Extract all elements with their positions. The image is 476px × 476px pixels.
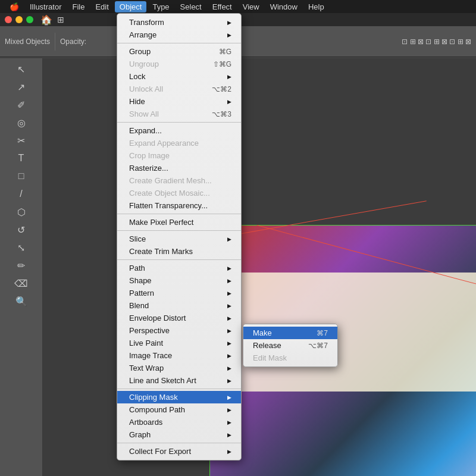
canvas-area [43,58,476,476]
menu-sep-7 [117,443,241,443]
apple-menu[interactable]: 🍎 [5,1,24,12]
menu-edit[interactable]: Edit [90,1,113,12]
menu-item-text-wrap[interactable]: Text Wrap [117,362,241,374]
menu-item-clipping-mask[interactable]: Clipping Mask [117,391,241,403]
menu-item-unlock-all[interactable]: Unlock All ⌥⌘2 [117,83,241,95]
menu-window[interactable]: Window [265,1,302,12]
menu-item-graph[interactable]: Graph [117,428,241,441]
menu-select[interactable]: Select [176,1,206,12]
object-menu-dropdown: Transform Arrange Group ⌘G Ungroup ⇧⌘G L… [117,13,242,461]
menu-item-path[interactable]: Path [117,262,241,274]
toolbar-separator [55,33,55,51]
menu-item-rasterize[interactable]: Rasterize... [117,162,241,174]
menu-item-line-and-sketch-art[interactable]: Line and Sketch Art [117,374,241,387]
selection-tool[interactable]: ↖ [13,61,30,77]
menu-item-group[interactable]: Group ⌘G [117,45,241,58]
menu-item-create-gradient-mesh[interactable]: Create Gradient Mesh... [117,174,241,187]
menu-sep-6 [117,389,241,389]
clipping-mask-submenu: Make ⌘7 Release ⌥⌘7 Edit Mask [243,324,338,367]
mixed-objects-label: Mixed Objects [5,37,50,46]
menu-item-create-trim-marks[interactable]: Create Trim Marks [117,245,241,258]
menu-item-shape[interactable]: Shape [117,274,241,287]
menu-item-slice[interactable]: Slice [117,233,241,245]
menu-item-perspective[interactable]: Perspective [117,324,241,337]
menu-item-envelope-distort[interactable]: Envelope Distort [117,312,241,324]
scissors-tool[interactable]: ✂ [13,132,30,149]
menu-item-blend[interactable]: Blend [117,299,241,312]
line-tool[interactable]: / [13,186,30,202]
rotate-tool[interactable]: ↺ [13,221,30,238]
menu-sep-4 [117,230,241,231]
zoom-tool[interactable]: 🔍 [13,293,30,309]
app-icon: 🏠 [40,14,52,26]
menu-sep-3 [117,214,241,214]
menu-sep-2 [117,122,241,123]
menu-item-pattern[interactable]: Pattern [117,287,241,299]
menu-item-collect-for-export[interactable]: Collect For Export [117,445,241,458]
direct-selection-tool[interactable]: ↗ [13,79,30,95]
menu-item-compound-path[interactable]: Compound Path [117,403,241,416]
menu-type[interactable]: Type [148,1,174,12]
tools-panel: ↖ ↗ ✐ ◎ ✂ T □ / ⬡ ↺ ⤡ ✏ ⌫ 🔍 [0,58,43,476]
brush-tool[interactable]: ✏ [13,257,30,274]
menu-item-expand-appearance[interactable]: Expand Appearance [117,137,241,149]
menu-file[interactable]: File [67,1,89,12]
menu-item-create-object-mosaic[interactable]: Create Object Mosaic... [117,187,241,199]
text-tool[interactable]: T [13,150,30,167]
eraser-tool[interactable]: ⌫ [13,275,30,292]
menu-effect[interactable]: Effect [208,1,237,12]
menu-item-lock[interactable]: Lock [117,70,241,83]
menu-sep-5 [117,259,241,260]
menu-item-artboards[interactable]: Artboards [117,416,241,428]
menu-item-make-pixel-perfect[interactable]: Make Pixel Perfect [117,216,241,228]
menu-item-live-paint[interactable]: Live Paint [117,337,241,349]
shape-tool[interactable]: ◎ [13,114,30,131]
rectangle-tool[interactable]: □ [13,168,30,184]
toolbar-icons: ⊡ ⊞ ⊠ ⊡ ⊞ ⊠ ⊡ ⊞ ⊠ [402,37,471,46]
menu-item-flatten-transparency[interactable]: Flatten Transparency... [117,199,241,212]
minimize-button[interactable] [15,16,23,23]
menu-item-expand[interactable]: Expand... [117,124,241,137]
opacity-label: Opacity: [60,37,86,46]
menu-illustrator[interactable]: Illustrator [25,1,66,12]
menu-item-image-trace[interactable]: Image Trace [117,349,241,362]
submenu-item-edit-mask[interactable]: Edit Mask [243,352,337,364]
menu-object[interactable]: Object [115,1,147,12]
menu-sep-1 [117,43,241,43]
maximize-button[interactable] [26,16,33,23]
shape2-tool[interactable]: ⬡ [13,203,30,220]
menu-item-ungroup[interactable]: Ungroup ⇧⌘G [117,58,241,70]
menu-item-arrange[interactable]: Arrange [117,29,241,41]
menu-item-hide[interactable]: Hide [117,95,241,108]
menu-item-transform[interactable]: Transform [117,16,241,29]
close-button[interactable] [5,16,12,23]
submenu-item-make[interactable]: Make ⌘7 [243,327,337,339]
pen-tool[interactable]: ✐ [13,96,30,113]
menu-help[interactable]: Help [303,1,329,12]
scale-tool[interactable]: ⤡ [13,239,30,256]
submenu-item-release[interactable]: Release ⌥⌘7 [243,339,337,352]
traffic-lights [0,14,38,26]
menu-item-show-all[interactable]: Show All ⌥⌘3 [117,108,241,120]
menu-bar: 🍎 Illustrator File Edit Object Type Sele… [0,0,476,13]
app-icon2: ⊞ [57,15,64,24]
menu-item-crop-image[interactable]: Crop Image [117,149,241,162]
menu-view[interactable]: View [238,1,264,12]
